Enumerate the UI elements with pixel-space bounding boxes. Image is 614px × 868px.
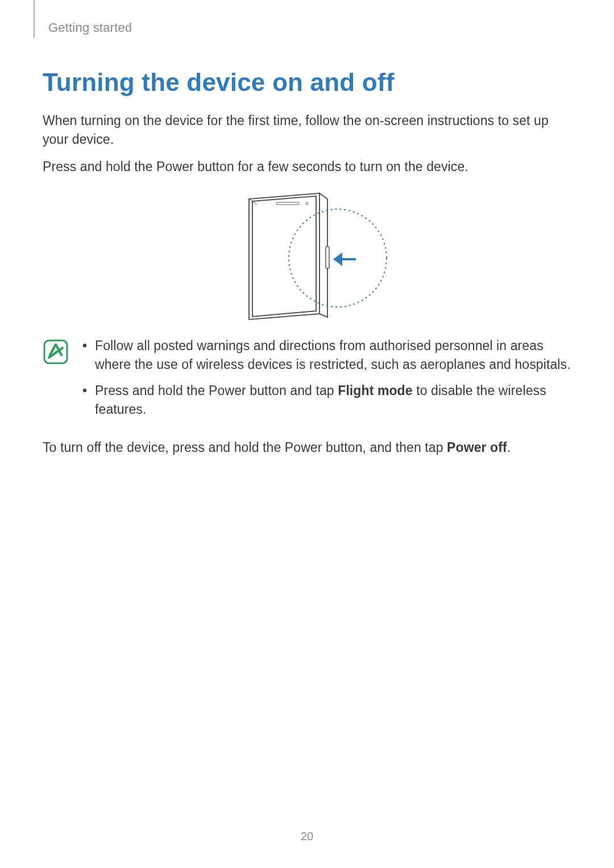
svg-rect-2 [326,247,329,268]
phone-power-button-diagram [222,190,392,321]
para3-bold: Power off [447,440,507,455]
section-label: Getting started [48,20,571,35]
note-icon [43,339,69,367]
header-vertical-rule [34,0,35,38]
paragraph-instruction: Press and hold the Power button for a fe… [43,157,571,176]
note2-prefix: Press and hold the Power button and tap [95,383,338,398]
paragraph-intro: When turning on the device for the first… [43,111,571,149]
para3-suffix: . [507,440,511,455]
note2-bold: Flight mode [338,383,412,398]
note-item-flight-mode: Press and hold the Power button and tap … [82,381,571,420]
page-content: Getting started Turning the device on an… [0,0,614,458]
para3-prefix: To turn off the device, press and hold t… [43,440,447,455]
note-item-warnings: Follow all posted warnings and direction… [82,337,571,375]
note-block: Follow all posted warnings and direction… [43,337,571,426]
page-title: Turning the device on and off [43,68,571,97]
note-list: Follow all posted warnings and direction… [82,337,571,426]
page-number: 20 [0,830,614,843]
paragraph-power-off: To turn off the device, press and hold t… [43,438,571,457]
device-illustration [43,190,571,321]
